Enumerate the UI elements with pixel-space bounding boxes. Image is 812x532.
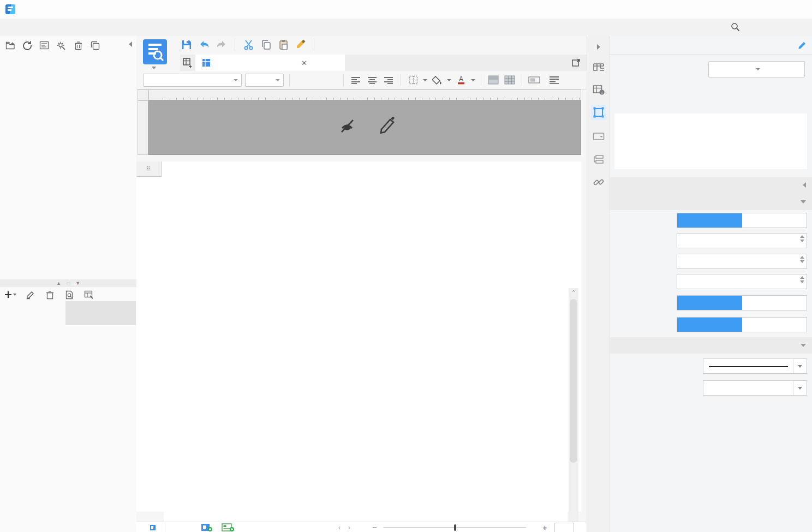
template-settings-icon[interactable] [55, 39, 67, 51]
zoom-out-icon[interactable]: − [372, 522, 377, 532]
add-chart-sheet-icon[interactable] [222, 523, 235, 531]
parameter-pane[interactable] [148, 100, 581, 155]
widget-field-icon[interactable] [528, 74, 541, 87]
collapse-right-panel-icon[interactable] [591, 39, 606, 55]
spinner-icons[interactable] [800, 276, 804, 283]
save-icon[interactable] [180, 38, 193, 51]
spinner-icons[interactable] [800, 256, 804, 263]
maximize-button[interactable] [771, 4, 787, 15]
align-right-icon[interactable] [382, 74, 395, 87]
add-floating-element-button[interactable] [708, 61, 805, 77]
chevron-down-icon [801, 200, 806, 204]
borders-icon[interactable] [407, 74, 420, 87]
search-icon[interactable] [731, 22, 740, 32]
tab-workbook2[interactable]: ✕ [195, 55, 345, 71]
cell-element-icon[interactable]: i [591, 82, 606, 98]
unmerge-cells-icon[interactable] [503, 74, 516, 87]
directory-toolbar [0, 36, 136, 55]
panel-splitter[interactable]: ▲ ═ ▼ [0, 279, 136, 287]
new-worksheet-icon[interactable] [182, 57, 193, 68]
float-window-icon[interactable] [571, 58, 581, 68]
start-angle-input[interactable] [677, 233, 807, 248]
chevron-down-icon[interactable] [447, 79, 451, 81]
cell-attributes-icon[interactable] [591, 59, 606, 74]
format-painter-icon[interactable] [294, 38, 307, 51]
widget-settings-icon[interactable] [591, 129, 606, 144]
sheet-tab[interactable] [144, 522, 165, 532]
cut-icon[interactable] [242, 38, 255, 51]
close-tab-icon[interactable]: ✕ [301, 59, 307, 67]
vertical-scrollbar[interactable]: ⌃ ⌄ [569, 288, 578, 532]
font-family-select[interactable] [143, 74, 242, 87]
eye-slash-icon[interactable] [339, 116, 362, 138]
drill-off-button[interactable] [742, 296, 807, 310]
edit-pencil-icon[interactable] [798, 40, 807, 50]
close-button[interactable] [792, 4, 809, 15]
gradual-light-button[interactable] [677, 213, 742, 228]
multilayer-pie-chart[interactable] [164, 302, 568, 532]
border-color-select[interactable] [703, 380, 807, 396]
line-style-field [610, 358, 812, 374]
refresh-icon[interactable] [21, 39, 33, 51]
redo-icon[interactable] [215, 38, 228, 51]
floating-chart-element[interactable] [164, 302, 568, 532]
dataset-manage-icon[interactable] [83, 289, 95, 301]
edit-dataset-icon[interactable] [24, 289, 36, 301]
delete-dataset-icon[interactable] [44, 289, 56, 301]
zoom-value[interactable] [554, 523, 574, 532]
copy-icon[interactable] [259, 38, 272, 51]
font-size-select[interactable] [245, 74, 284, 87]
inner-radius-input[interactable] [677, 274, 807, 289]
undo-icon[interactable] [198, 38, 211, 51]
grid-corner-cell[interactable]: ⠿ [136, 162, 162, 177]
section-color[interactable] [610, 177, 812, 194]
chevron-down-icon [793, 381, 807, 395]
vertical-scroll-thumb[interactable] [570, 299, 577, 463]
zoom-slider[interactable] [383, 527, 526, 528]
rich-text-icon[interactable] [547, 74, 560, 87]
hyperlink-icon[interactable] [591, 175, 606, 190]
fill-color-icon[interactable] [431, 74, 444, 87]
scroll-up-icon[interactable]: ⌃ [569, 288, 578, 297]
zoom-in-icon[interactable]: + [542, 522, 547, 532]
tab-server-dataset[interactable] [65, 301, 136, 325]
end-angle-input[interactable] [677, 254, 807, 269]
document-tabbar: ✕ [180, 55, 587, 71]
chevron-down-icon[interactable] [471, 79, 475, 81]
minimize-button[interactable] [748, 4, 764, 15]
preview-dataset-icon[interactable] [63, 289, 75, 301]
spreadsheet-grid[interactable]: ⠿ ⌃ ⌄ ‹ › [136, 162, 581, 512]
copy-template-icon[interactable] [89, 39, 101, 51]
section-style[interactable] [610, 194, 812, 210]
condition-attributes-icon[interactable] [591, 152, 606, 167]
page-next-icon[interactable]: › [348, 524, 350, 531]
format-toolbar: A [136, 71, 587, 89]
delete-icon[interactable] [72, 39, 84, 51]
new-folder-icon[interactable] [4, 39, 16, 51]
template-version-dropdown-icon[interactable] [152, 67, 156, 69]
chevron-down-icon[interactable] [423, 79, 427, 81]
section-border[interactable] [610, 337, 812, 354]
line-style-select[interactable] [703, 358, 807, 374]
template-report-icon[interactable] [38, 39, 50, 51]
align-center-icon[interactable] [366, 74, 379, 87]
template-version-icon[interactable] [143, 39, 167, 64]
gradual-deep-button[interactable] [742, 213, 807, 228]
spinner-icons[interactable] [800, 235, 804, 242]
add-dataset-icon[interactable] [4, 289, 16, 301]
edit-pencil-icon[interactable] [378, 115, 398, 136]
add-report-sheet-icon[interactable] [201, 523, 213, 531]
floating-element-icon[interactable] [591, 105, 606, 120]
paste-icon[interactable] [277, 38, 290, 51]
font-color-icon[interactable]: A [455, 74, 468, 87]
rotatable-on-button[interactable] [677, 318, 742, 332]
page-prev-icon[interactable]: ‹ [338, 524, 341, 531]
rotatable-off-button[interactable] [742, 318, 807, 332]
tab-template-dataset[interactable] [0, 301, 65, 325]
zoom-slider-thumb[interactable] [454, 524, 456, 531]
merge-cells-icon[interactable] [487, 74, 500, 87]
align-left-icon[interactable] [349, 74, 362, 87]
collapse-left-panel-icon[interactable] [129, 41, 132, 47]
style-subtabs-card [614, 113, 807, 169]
drill-on-button[interactable] [677, 296, 742, 310]
